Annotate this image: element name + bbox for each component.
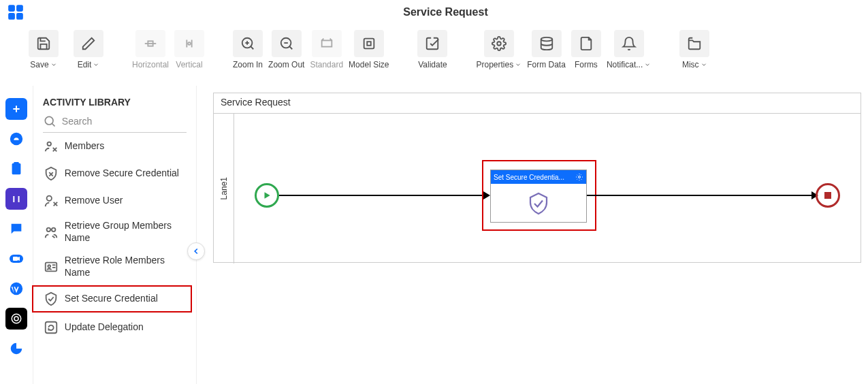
form-data-button[interactable]: Form Data (526, 29, 567, 71)
rail-item-clipboard[interactable] (5, 158, 27, 180)
chevron-down-icon (50, 61, 57, 68)
activity-node-set-secure-credential[interactable]: Set Secure Credentia... (490, 170, 587, 223)
shield-check-icon (43, 291, 59, 307)
zoom-out-button[interactable]: Zoom Out (267, 29, 306, 71)
rail-item-target[interactable] (5, 308, 27, 330)
svg-rect-0 (8, 5, 15, 12)
zoom-in-button[interactable]: Zoom In (231, 29, 264, 71)
shield-x-icon (43, 165, 59, 182)
lane-bar[interactable]: Lane1 (214, 114, 234, 263)
users-remove-icon (43, 138, 59, 155)
user-x-icon (43, 193, 59, 209)
svg-point-31 (45, 116, 53, 125)
align-vertical-button: Vertical (173, 29, 206, 71)
svg-point-38 (46, 196, 51, 201)
start-node[interactable] (255, 183, 279, 208)
list-item[interactable]: Members (33, 133, 196, 160)
misc-button[interactable]: Misc (678, 29, 711, 71)
shield-check-icon (526, 191, 551, 216)
chevron-down-icon (644, 61, 651, 68)
save-button[interactable]: Save (27, 29, 60, 71)
list-item-set-secure-credential[interactable]: Set Secure Credential (32, 285, 192, 313)
connector[interactable] (587, 195, 811, 196)
edit-button[interactable]: Edit (72, 29, 105, 71)
workflow-canvas[interactable]: Service Request Lane1 Set Secure Credent… (213, 93, 861, 263)
search-row (43, 114, 187, 133)
model-size-label: Model Size (349, 60, 389, 69)
toolbar: Save Edit Horizontal Vertical Zoom In Zo… (0, 25, 868, 86)
svg-point-8 (188, 42, 191, 45)
list-item-label: Set Secure Credential (65, 293, 158, 305)
add-button[interactable] (5, 98, 27, 120)
apps-icon[interactable] (7, 3, 25, 21)
forms-button[interactable]: Forms (570, 29, 602, 71)
activity-library-panel: ACTIVITY LIBRARY Members Remove Secure C… (33, 86, 197, 384)
misc-label: Misc (682, 60, 699, 69)
svg-rect-47 (46, 322, 57, 334)
chevron-down-icon (515, 61, 521, 68)
rail-item-dashboard[interactable] (5, 128, 27, 150)
collapse-panel-button[interactable] (187, 242, 205, 260)
horizontal-label: Horizontal (132, 60, 169, 69)
svg-point-44 (48, 265, 50, 268)
list-item[interactable]: Retrieve Group Members Name (33, 214, 196, 249)
notifications-button[interactable]: Notificat... (605, 29, 652, 71)
svg-rect-16 (321, 40, 332, 46)
svg-marker-48 (265, 192, 270, 198)
main: I I ACTIVITY LIBRARY Members Remove Secu… (0, 86, 868, 384)
svg-rect-24 (12, 163, 20, 175)
zoom-out-label: Zoom Out (268, 60, 304, 69)
search-input[interactable] (62, 116, 187, 127)
rail-item-chat[interactable] (5, 218, 27, 240)
list-item-label: Retrieve Group Members Name (65, 220, 187, 244)
header: Service Request (0, 0, 868, 25)
svg-point-42 (52, 227, 56, 231)
end-node[interactable] (816, 183, 840, 208)
search-icon (43, 114, 57, 128)
side-rail: I I (0, 86, 33, 384)
users-retrieve-icon (43, 224, 59, 240)
svg-point-20 (541, 37, 552, 42)
list-item[interactable]: Update Delegation (33, 314, 196, 341)
align-vertical-icon (174, 30, 204, 57)
validate-button[interactable]: Validate (416, 29, 449, 71)
chevron-down-icon (93, 61, 99, 68)
flow-area: Set Secure Credentia... (234, 114, 861, 262)
gear-icon[interactable] (575, 173, 583, 181)
svg-line-10 (251, 46, 253, 49)
save-label: Save (30, 60, 48, 69)
list-item[interactable]: Retrieve Role Members Name (33, 249, 196, 284)
rail-item-more[interactable] (5, 338, 27, 359)
database-icon (532, 30, 562, 57)
svg-rect-25 (14, 162, 18, 165)
edit-label: Edit (78, 60, 92, 69)
list-item-label: Remove Secure Credential (65, 167, 179, 180)
refresh-icon (43, 319, 59, 336)
list-item[interactable]: Remove User (33, 187, 196, 214)
forms-icon (571, 30, 601, 57)
gear-icon (484, 30, 514, 57)
list-item[interactable]: Remove Secure Credential (33, 160, 196, 187)
list-item-label: Retrieve Role Members Name (65, 255, 187, 278)
connector[interactable] (279, 195, 483, 196)
list-item-label: Update Delegation (65, 321, 144, 334)
svg-line-14 (289, 46, 292, 49)
validate-icon (417, 30, 447, 57)
panel-title: ACTIVITY LIBRARY (33, 86, 196, 114)
rail-item-video[interactable] (5, 248, 27, 270)
notifications-label: Notificat... (607, 60, 643, 69)
activity-label: Set Secure Credentia... (494, 174, 573, 181)
zoom-in-label: Zoom In (233, 60, 263, 69)
folder-icon (679, 30, 709, 57)
standard-label: Standard (310, 60, 343, 69)
properties-button[interactable]: Properties (475, 29, 523, 71)
bell-icon (614, 30, 644, 57)
vertical-label: Vertical (176, 60, 202, 69)
model-size-button[interactable]: Model Size (347, 29, 390, 71)
chevron-left-icon (191, 246, 201, 256)
chevron-down-icon (701, 61, 707, 68)
svg-point-41 (46, 227, 50, 231)
rail-item-heading[interactable]: I I (5, 188, 27, 210)
svg-point-29 (12, 314, 21, 323)
rail-item-wordpress[interactable] (5, 278, 27, 300)
